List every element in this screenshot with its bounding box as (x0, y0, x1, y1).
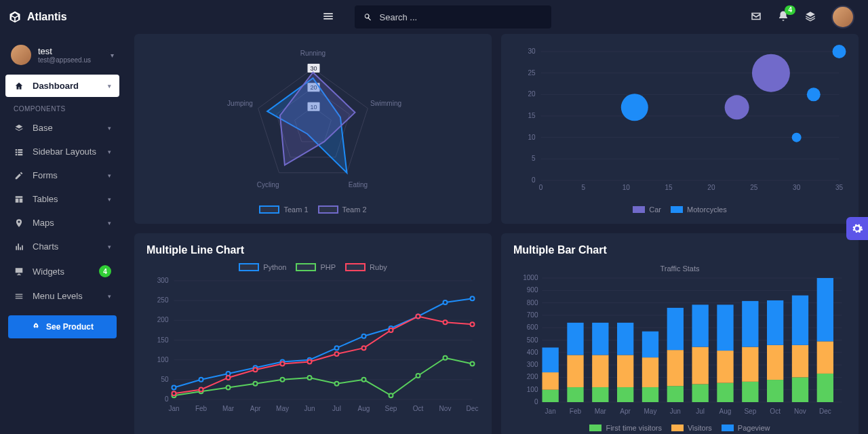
svg-point-97 (254, 368, 258, 372)
search-box[interactable] (355, 5, 551, 28)
svg-text:30: 30 (793, 184, 801, 191)
svg-text:Jun: Jun (670, 408, 681, 415)
svg-text:Apr: Apr (250, 405, 261, 412)
svg-text:15: 15 (665, 184, 673, 191)
svg-point-88 (335, 382, 339, 386)
svg-text:5: 5 (532, 155, 536, 162)
legend-item[interactable]: PHP (296, 263, 336, 271)
svg-rect-176 (817, 278, 833, 341)
svg-text:50: 50 (161, 376, 169, 383)
layers-icon[interactable] (804, 10, 816, 24)
svg-rect-162 (742, 382, 758, 402)
brand-logo-icon (8, 10, 22, 24)
search-input[interactable] (380, 12, 543, 22)
legend-item[interactable]: Visitors (671, 424, 712, 432)
svg-text:10: 10 (623, 184, 631, 191)
svg-text:30: 30 (310, 65, 317, 72)
sidebar-item-maps[interactable]: Maps▾ (5, 212, 119, 234)
sidebar-item-menu-levels[interactable]: Menu Levels▾ (5, 285, 119, 307)
svg-point-76 (335, 346, 339, 350)
menu-toggle-icon[interactable] (322, 10, 334, 24)
sidebar-item-widgets[interactable]: Widgets4 (5, 259, 119, 283)
radar-chart: 302010RunningSwimmingEatingCyclingJumpin… (146, 45, 479, 201)
svg-point-101 (362, 346, 366, 350)
chart-icon (14, 242, 24, 252)
svg-rect-174 (817, 374, 833, 402)
svg-point-89 (362, 378, 366, 382)
bubble-chart: 05101520253005101520253035 (513, 45, 846, 201)
layers-icon (14, 123, 24, 133)
sidebar: test test@appseed.us ▾ Dashboard ▾ COMPO… (0, 34, 125, 434)
svg-rect-168 (767, 300, 783, 345)
radar-chart-card: 302010RunningSwimmingEatingCyclingJumpin… (134, 34, 492, 224)
legend-item[interactable]: Car (633, 205, 661, 214)
svg-rect-159 (717, 351, 733, 383)
svg-text:5: 5 (582, 184, 586, 191)
table-icon (14, 195, 24, 204)
legend-item[interactable]: Team 1 (259, 205, 308, 214)
svg-rect-134 (567, 387, 583, 402)
svg-text:Jul: Jul (696, 408, 705, 415)
legend-item[interactable]: Ruby (345, 263, 387, 271)
bubble-chart-card: 05101520253005101520253035 CarMotorcycle… (501, 34, 859, 224)
legend-item[interactable]: Team 2 (318, 205, 367, 214)
avatar[interactable] (831, 5, 854, 28)
sidebar-user[interactable]: test test@appseed.us ▾ (5, 41, 119, 75)
legend-item[interactable]: First time visitors (589, 424, 662, 432)
svg-text:600: 600 (527, 323, 538, 331)
svg-text:Jan: Jan (168, 405, 179, 412)
svg-text:Feb: Feb (195, 405, 208, 412)
sidebar-item-label: Dashboard (33, 81, 79, 91)
legend-item[interactable]: Motorcycles (671, 205, 727, 214)
svg-point-40 (621, 94, 648, 121)
legend-item[interactable]: Pageview (722, 424, 770, 432)
sidebar-item-sidebar-layouts[interactable]: Sidebar Layouts▾ (5, 140, 119, 163)
see-product-button[interactable]: See Product (8, 315, 117, 338)
sidebar-item-label: Menu Levels (33, 291, 83, 301)
svg-point-100 (335, 352, 339, 356)
svg-text:25: 25 (528, 69, 536, 77)
svg-rect-150 (667, 386, 684, 402)
mail-icon[interactable] (750, 10, 762, 24)
gear-icon (851, 222, 863, 235)
bell-icon[interactable]: 4 (777, 10, 789, 24)
svg-rect-160 (717, 304, 733, 351)
svg-point-95 (199, 387, 203, 391)
sidebar-item-label: Tables (33, 194, 58, 204)
svg-point-91 (416, 374, 420, 378)
svg-text:900: 900 (527, 286, 538, 294)
svg-text:800: 800 (527, 299, 538, 307)
svg-text:Swimming: Swimming (370, 100, 401, 107)
line-chart-card: Multiple Line Chart PythonPHPRuby 050100… (134, 233, 492, 434)
chevron-down-icon: ▾ (111, 52, 114, 59)
svg-rect-156 (692, 304, 709, 347)
svg-text:Cycling: Cycling (257, 181, 279, 189)
svg-text:May: May (276, 405, 289, 412)
svg-text:Oct: Oct (413, 405, 424, 412)
svg-rect-170 (792, 377, 808, 402)
svg-rect-139 (592, 355, 608, 387)
sidebar-item-forms[interactable]: Forms▾ (5, 164, 119, 186)
chevron-down-icon: ▾ (108, 293, 111, 300)
svg-text:30: 30 (528, 47, 536, 55)
settings-fab[interactable] (846, 217, 868, 240)
svg-text:1000: 1000 (523, 274, 538, 281)
svg-point-104 (443, 320, 448, 324)
svg-rect-140 (592, 323, 608, 355)
svg-text:0: 0 (532, 176, 536, 184)
bar-legend: First time visitorsVisitorsPageview (513, 424, 846, 432)
bubble-legend: CarMotorcycles (513, 205, 846, 214)
svg-point-87 (308, 376, 312, 380)
brand[interactable]: Atlantis (8, 10, 123, 24)
sidebar-item-base[interactable]: Base▾ (5, 117, 119, 139)
chevron-down-icon: ▾ (108, 149, 111, 155)
legend-item[interactable]: Python (239, 263, 286, 271)
sidebar-item-dashboard[interactable]: Dashboard ▾ (5, 75, 119, 97)
svg-point-94 (172, 391, 176, 395)
map-pin-icon (14, 218, 24, 228)
svg-text:Jul: Jul (332, 405, 341, 412)
chevron-down-icon: ▾ (108, 196, 111, 203)
sidebar-item-charts[interactable]: Charts▾ (5, 235, 119, 258)
sidebar-header-components: COMPONENTS (5, 98, 119, 117)
sidebar-item-tables[interactable]: Tables▾ (5, 188, 119, 210)
